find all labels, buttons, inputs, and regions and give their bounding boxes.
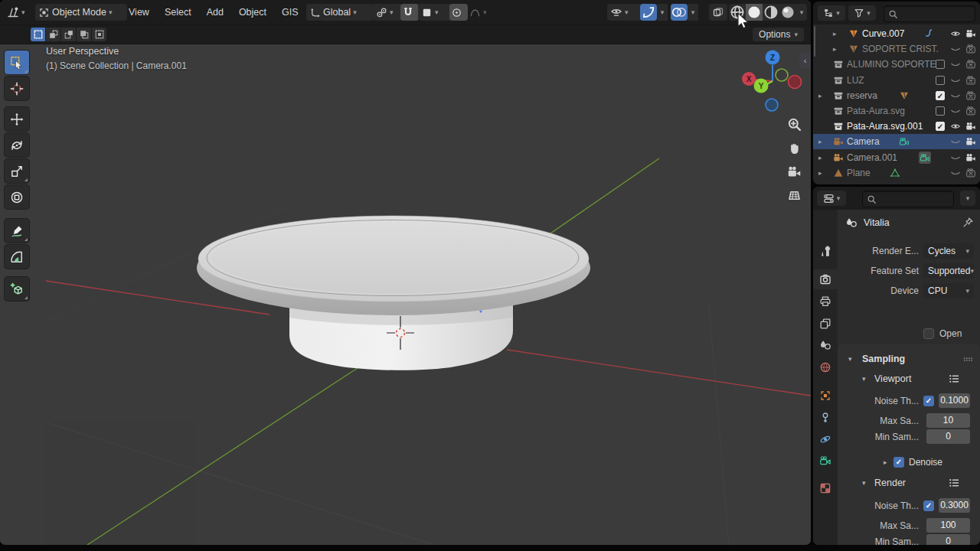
rendered-shading-button[interactable] [779,4,796,21]
expand-arrow-icon[interactable]: ▸ [818,134,822,149]
orthographic-toggle-button[interactable] [785,186,803,204]
select-mode-new[interactable] [31,28,45,41]
outliner-item-label[interactable]: ALUMINO SOPORTE [847,57,936,72]
eye-open-icon[interactable] [950,121,961,132]
expand-arrow-icon[interactable]: ▸ [818,150,822,165]
value-field[interactable]: 10 [926,413,970,428]
gizmo-z-neg-axis[interactable] [766,99,778,111]
render-visibility-icon[interactable] [965,152,976,163]
cursor-tool[interactable] [5,77,29,100]
sampling-section-header[interactable]: ▾ Sampling [838,350,980,367]
select-mode-extend[interactable] [46,28,60,41]
denoise-row[interactable]: ▸ ✓ Denoise [838,455,980,470]
eye-closed-icon[interactable] [950,168,961,178]
menu-object[interactable]: Object [231,7,274,18]
render-visibility-icon[interactable] [965,106,976,116]
move-tool[interactable] [5,107,29,131]
render-visibility-icon[interactable] [965,75,976,86]
render-subsection-header[interactable]: ▾ Render [838,474,980,491]
value-field[interactable]: 0 [926,429,970,444]
outliner-row[interactable]: ▸reserva✓ [813,88,980,103]
render-visibility-icon[interactable] [965,28,976,39]
render-visibility-icon[interactable] [965,44,976,54]
properties-search-input[interactable] [880,193,953,205]
outliner-editor[interactable]: ▾ ▾ ▸Curve.007▸SOPORTE CRIST.ALUMINO SOP… [813,2,980,184]
annotate-tool[interactable] [5,219,29,243]
expand-arrow-icon[interactable]: ▸ [833,41,837,57]
value-field[interactable]: 100 [926,518,970,533]
outliner-scrollbar[interactable] [814,26,815,57]
outliner-item-label[interactable]: LUZ [847,73,864,88]
value-field[interactable]: 0.1000 [939,393,970,408]
properties-editor[interactable]: ▾ ▾ Vitalia Render E...Cycles▾Feature Se… [813,187,980,545]
eye-closed-icon[interactable] [950,90,961,101]
rotate-tool[interactable] [5,133,29,157]
select-mode-intersect[interactable] [92,28,106,41]
pin-icon[interactable] [962,217,974,228]
tab-object[interactable] [813,386,838,406]
collection-exclude-checkbox[interactable] [936,60,945,69]
osl-checkbox[interactable] [923,328,934,339]
expand-arrow-icon[interactable]: ▸ [833,26,837,41]
menu-gis[interactable]: GIS [274,7,306,18]
proportional-editing-toggle[interactable] [449,4,468,21]
eye-closed-icon[interactable] [950,106,961,116]
menu-view[interactable]: View [121,7,157,18]
render-visibility-icon[interactable] [965,168,976,178]
properties-search[interactable] [862,191,954,207]
drag-handle-icon[interactable] [962,354,974,365]
eye-open-icon[interactable] [950,28,961,39]
outliner-row[interactable]: ▸Curve.007 [813,26,980,41]
menu-add[interactable]: Add [199,7,231,18]
gizmo-y-neg-axis[interactable] [776,69,788,81]
field-checkbox[interactable]: ✓ [923,500,934,511]
collection-exclude-checkbox[interactable]: ✓ [936,91,945,100]
outliner-row[interactable]: ▸Camera.001 [813,150,980,165]
tab-view-layer[interactable] [813,314,838,334]
show-overlays-toggle[interactable]: ▾ [671,4,700,21]
properties-options-dropdown[interactable]: ▾ [960,191,975,206]
display-mode-dropdown[interactable]: ▾ [818,5,845,21]
pivot-point-dropdown[interactable]: ▾ [373,4,403,21]
render-visibility-icon[interactable] [965,90,976,101]
select-mode-subtract[interactable] [61,28,76,41]
pan-hand-button[interactable] [785,139,803,157]
show-gizmo-toggle[interactable]: ▾ [640,4,669,21]
filter-dropdown[interactable]: ▾ [848,5,876,21]
add-cube-tool[interactable] [5,277,29,301]
field-checkbox[interactable]: ✓ [923,396,934,406]
zoom-button[interactable] [785,115,803,133]
outliner-item-label[interactable]: reserva [847,88,877,103]
eye-closed-icon[interactable] [950,136,961,147]
properties-editor-type-dropdown[interactable]: ▾ [817,191,846,206]
expand-arrow-icon[interactable]: ▸ [818,88,822,103]
eye-closed-icon[interactable] [950,75,961,86]
property-dropdown[interactable]: Supported▾ [923,263,974,279]
outliner-row[interactable]: ▸Plane [813,165,980,181]
transform-orientation-dropdown[interactable]: Global ▾ [306,4,374,21]
outliner-item-label[interactable]: Pata-Aura.svg.001 [847,119,923,134]
preset-icon[interactable] [948,477,960,489]
render-visibility-icon[interactable] [965,59,976,70]
outliner-row[interactable]: ALUMINO SOPORTE [813,57,980,72]
options-button[interactable]: Options ▾ [753,28,804,41]
tab-constraints[interactable] [813,408,838,428]
scale-tool[interactable] [5,159,29,183]
denoise-checkbox[interactable]: ✓ [893,457,904,468]
collection-exclude-checkbox[interactable]: ✓ [936,122,945,131]
object-visibility-dropdown[interactable]: ▾ [607,4,642,21]
proportional-falloff-dropdown[interactable]: ▾ [466,4,498,21]
expand-arrow-icon[interactable]: ▸ [818,165,822,181]
measure-tool[interactable] [5,245,29,269]
snap-target-dropdown[interactable]: ▾ [418,4,453,21]
tab-object-data[interactable] [813,451,838,471]
menu-select[interactable]: Select [157,7,199,18]
outliner-item-label[interactable]: SOPORTE CRIST. [862,41,939,57]
tab-texture[interactable] [813,478,838,498]
camera-view-button[interactable] [785,162,803,181]
collection-exclude-checkbox[interactable] [936,106,945,116]
outliner-item-label[interactable]: Camera [847,134,880,149]
mode-dropdown[interactable]: Object Mode ▾ [35,4,127,21]
snap-toggle[interactable] [400,4,419,21]
render-visibility-icon[interactable] [965,121,976,132]
